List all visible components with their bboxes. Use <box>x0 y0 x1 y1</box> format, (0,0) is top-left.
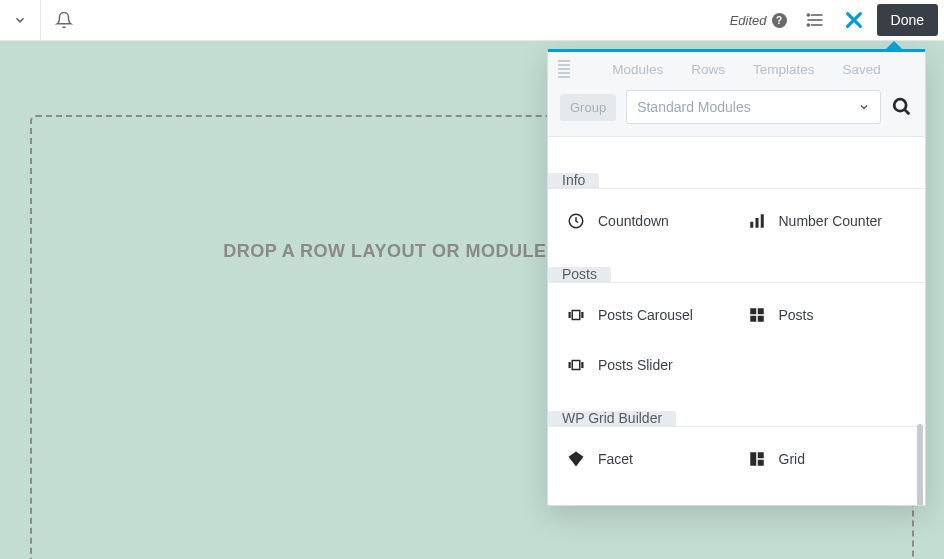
panel-controls: Group Standard Modules <box>548 82 925 136</box>
select-value: Standard Modules <box>637 99 751 115</box>
diamond-icon <box>566 449 586 469</box>
svg-rect-17 <box>757 308 763 314</box>
svg-rect-15 <box>581 312 583 318</box>
module-label: Posts Slider <box>598 357 673 373</box>
bar-chart-icon <box>747 211 767 231</box>
grid-layout-icon <box>747 449 767 469</box>
module-countdown[interactable]: Countdown <box>556 205 737 237</box>
module-label: Posts <box>779 307 814 323</box>
svg-point-4 <box>807 24 809 26</box>
clock-icon <box>566 211 586 231</box>
top-bar-right: Edited ? Done <box>730 4 938 36</box>
module-label: Countdown <box>598 213 669 229</box>
svg-rect-23 <box>750 452 756 466</box>
bell-icon <box>55 11 73 29</box>
section-posts: Posts <box>548 267 925 283</box>
search-button[interactable] <box>891 96 913 118</box>
svg-rect-16 <box>750 308 756 314</box>
section-posts-items: Posts Carousel Posts Posts Slider <box>548 283 925 411</box>
grid-icon <box>747 305 767 325</box>
chevron-down-icon <box>858 101 870 113</box>
help-icon[interactable]: ? <box>772 13 787 28</box>
search-icon <box>891 96 913 118</box>
svg-rect-11 <box>755 218 758 228</box>
section-wpgb-items: Facet Grid <box>548 427 925 505</box>
panel-content[interactable]: Info Countdown Number Counter Posts <box>548 136 925 505</box>
svg-rect-14 <box>572 311 580 320</box>
svg-rect-19 <box>757 316 763 322</box>
svg-rect-20 <box>569 362 571 368</box>
svg-rect-22 <box>581 362 583 368</box>
module-facet[interactable]: Facet <box>556 443 737 475</box>
panel-tabs: Modules Rows Templates Saved <box>580 62 913 77</box>
svg-point-7 <box>894 99 906 111</box>
svg-rect-13 <box>569 312 571 318</box>
module-posts-carousel[interactable]: Posts Carousel <box>556 299 737 331</box>
tab-saved[interactable]: Saved <box>843 62 881 77</box>
edited-label: Edited <box>730 13 767 28</box>
scrollbar[interactable] <box>917 424 923 505</box>
svg-rect-25 <box>757 460 763 466</box>
svg-point-3 <box>807 14 809 16</box>
done-button[interactable]: Done <box>877 4 938 36</box>
module-label: Number Counter <box>779 213 883 229</box>
tab-modules[interactable]: Modules <box>612 62 663 77</box>
svg-rect-18 <box>750 316 756 322</box>
top-bar-left <box>0 0 86 40</box>
module-number-counter[interactable]: Number Counter <box>737 205 918 237</box>
svg-rect-21 <box>572 361 580 370</box>
group-chip[interactable]: Group <box>560 94 616 121</box>
svg-line-8 <box>905 110 910 115</box>
section-info-items: Countdown Number Counter <box>548 189 925 267</box>
outline-icon <box>805 10 825 30</box>
module-posts-slider[interactable]: Posts Slider <box>556 349 737 381</box>
tab-rows[interactable]: Rows <box>691 62 725 77</box>
expand-menu-button[interactable] <box>0 0 40 40</box>
module-category-select[interactable]: Standard Modules <box>626 90 881 124</box>
drag-handle-icon[interactable] <box>558 60 570 78</box>
svg-rect-10 <box>750 222 753 228</box>
panel-header: Modules Rows Templates Saved <box>548 52 925 82</box>
section-title: Posts <box>548 267 611 282</box>
svg-rect-12 <box>760 214 763 228</box>
close-panel-button[interactable] <box>837 5 871 35</box>
chevron-down-icon <box>13 13 27 27</box>
close-icon <box>843 9 865 31</box>
section-title: WP Grid Builder <box>548 411 676 426</box>
module-grid[interactable]: Grid <box>737 443 918 475</box>
notifications-button[interactable] <box>41 0 86 40</box>
svg-rect-24 <box>757 452 763 458</box>
top-bar: Edited ? Done <box>0 0 944 41</box>
edited-status: Edited ? <box>730 13 787 28</box>
content-panel: Modules Rows Templates Saved Group Stand… <box>547 49 926 506</box>
module-label: Facet <box>598 451 633 467</box>
section-title: Info <box>548 173 599 188</box>
section-info: Info <box>548 173 925 189</box>
module-label: Posts Carousel <box>598 307 693 323</box>
tab-templates[interactable]: Templates <box>753 62 815 77</box>
carousel-icon <box>566 305 586 325</box>
outline-button[interactable] <box>799 6 831 34</box>
module-label: Grid <box>779 451 805 467</box>
section-wp-grid-builder: WP Grid Builder <box>548 411 925 427</box>
slider-icon <box>566 355 586 375</box>
module-posts[interactable]: Posts <box>737 299 918 331</box>
